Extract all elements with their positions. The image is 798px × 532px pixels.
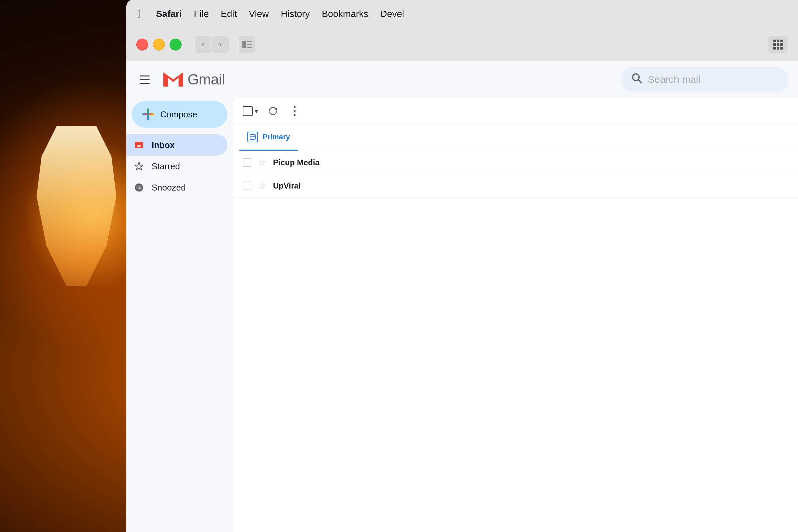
tab-primary[interactable]: Primary [240, 125, 298, 151]
refresh-button[interactable] [265, 103, 281, 119]
more-dot-3 [293, 114, 296, 116]
minimize-button[interactable] [153, 39, 165, 51]
tab-primary-icon [247, 132, 258, 142]
inbox-icon [133, 139, 145, 151]
checkbox-square [243, 106, 253, 116]
email-sender: UpViral [273, 181, 366, 191]
email-tabs: Primary [233, 125, 798, 151]
email-list: ▾ [233, 98, 798, 532]
snoozed-label: Snoozed [152, 183, 186, 193]
more-dot-1 [293, 106, 296, 108]
svg-rect-14 [250, 135, 255, 139]
hamburger-line-2 [140, 79, 150, 80]
svg-rect-8 [137, 145, 141, 147]
email-star-button[interactable]: ☆ [258, 157, 266, 168]
gmail-wordmark: Gmail [188, 71, 225, 88]
apps-grid-button[interactable] [768, 36, 788, 53]
menu-edit[interactable]: Edit [215, 8, 243, 19]
svg-rect-1 [247, 41, 252, 42]
sidebar-toggle-button[interactable] [239, 36, 255, 53]
snoozed-icon [133, 182, 145, 193]
compose-label: Compose [160, 109, 197, 120]
tab-primary-label: Primary [263, 133, 290, 141]
select-all-checkbox[interactable]: ▾ [243, 106, 258, 116]
hamburger-line-1 [140, 75, 150, 76]
back-icon: ‹ [202, 40, 204, 49]
more-dot-2 [293, 110, 296, 112]
inbox-label: Inbox [152, 140, 174, 150]
menu-view[interactable]: View [243, 8, 274, 19]
navigation-buttons: ‹ › [195, 36, 229, 53]
table-row[interactable]: ☆ Picup Media [233, 151, 798, 174]
search-mail-placeholder: Search mail [648, 74, 700, 85]
sidebar-item-starred[interactable]: Starred [126, 156, 227, 177]
menu-file[interactable]: File [188, 8, 215, 19]
menu-develop[interactable]: Devel [374, 8, 410, 19]
hamburger-menu-button[interactable] [136, 70, 156, 90]
close-button[interactable] [136, 39, 148, 51]
email-checkbox[interactable] [243, 182, 251, 190]
email-star-button[interactable]: ☆ [258, 180, 266, 191]
macos-menubar:  Safari File Edit View History Bookmark… [126, 0, 798, 28]
table-row[interactable]: ☆ UpViral [233, 174, 798, 197]
svg-rect-3 [247, 47, 252, 48]
checkbox-dropdown-arrow: ▾ [255, 107, 258, 115]
email-list-toolbar: ▾ [233, 98, 798, 125]
search-bar[interactable]: Search mail [622, 67, 788, 92]
forward-button[interactable]: › [212, 36, 229, 53]
hamburger-line-3 [140, 83, 150, 84]
more-options-button[interactable] [288, 103, 301, 119]
starred-label: Starred [152, 161, 180, 172]
menu-history[interactable]: History [275, 8, 316, 19]
mac-window:  Safari File Edit View History Bookmark… [126, 0, 798, 532]
svg-rect-7 [135, 142, 143, 148]
menu-safari[interactable]: Safari [150, 8, 188, 19]
gmail-content: Gmail Search mail [126, 61, 798, 532]
gmail-body: Compose Inbox [126, 98, 798, 532]
gmail-m-icon [162, 68, 185, 91]
sidebar-item-snoozed[interactable]: Snoozed [126, 177, 227, 198]
fullscreen-button[interactable] [170, 39, 182, 51]
safari-toolbar: ‹ › [126, 28, 798, 61]
svg-rect-2 [247, 44, 252, 45]
gmail-header: Gmail Search mail [126, 61, 798, 98]
search-icon [631, 73, 642, 87]
back-button[interactable]: ‹ [195, 36, 211, 53]
svg-line-6 [639, 79, 641, 82]
star-icon [133, 160, 145, 172]
sidebar-toggle-icon [242, 41, 252, 48]
apple-menu-icon[interactable]:  [136, 7, 141, 21]
menu-bookmarks[interactable]: Bookmarks [316, 8, 374, 19]
compose-button[interactable]: Compose [132, 101, 227, 128]
forward-icon: › [219, 40, 222, 49]
gmail-sidebar: Compose Inbox [126, 98, 233, 532]
compose-plus-icon [142, 108, 154, 120]
gmail-logo: Gmail [162, 68, 225, 91]
traffic-lights [136, 39, 182, 51]
email-checkbox[interactable] [243, 158, 251, 167]
email-sender: Picup Media [273, 158, 366, 167]
sidebar-item-inbox[interactable]: Inbox [126, 134, 227, 156]
svg-rect-0 [242, 41, 246, 48]
grid-icon [773, 40, 783, 50]
